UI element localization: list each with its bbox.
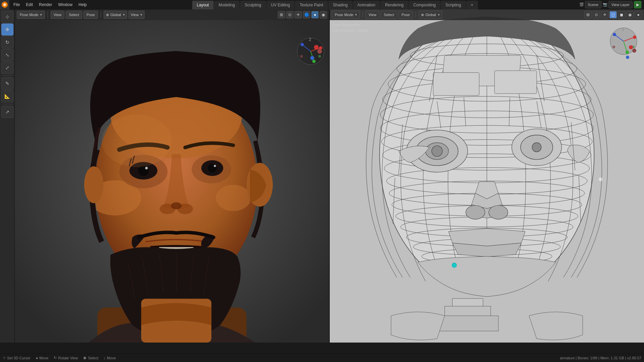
vp-right-global-btn[interactable]: ⊕ Global ▾ xyxy=(419,11,442,19)
vp-left-pose-btn[interactable]: Pose xyxy=(84,11,98,19)
svg-rect-79 xyxy=(494,71,537,94)
menu-edit[interactable]: Edit xyxy=(23,0,36,9)
rotate-status-label: Rotate View xyxy=(58,356,78,360)
menu-render[interactable]: Render xyxy=(36,0,55,9)
svg-point-66 xyxy=(432,146,442,157)
viewport-right[interactable]: Pose Mode ▾ View Select Pose ⊕ Global ▾ xyxy=(330,9,644,343)
transform-tool[interactable]: ⤢ xyxy=(1,62,13,74)
vp-left-snap2-icon[interactable]: 🔵 xyxy=(303,11,310,18)
tab-shading[interactable]: Shading xyxy=(328,1,353,9)
vp-right-render-icon2[interactable]: ● xyxy=(635,11,642,18)
tab-sculpting[interactable]: Sculpting xyxy=(240,1,266,9)
svg-point-105 xyxy=(632,49,636,53)
menu-file[interactable]: File xyxy=(11,0,22,9)
vp-right-mat-icon2[interactable]: ◉ xyxy=(626,11,634,18)
tool-sep-2 xyxy=(2,104,12,104)
menu-help[interactable]: Help xyxy=(76,0,90,9)
right-info-text: armature | Bones: 1/89 | Mem: 1.31 GB | … xyxy=(560,356,641,360)
vp-left-grid-icon[interactable]: ⊞ xyxy=(278,11,285,18)
svg-point-25 xyxy=(102,115,172,167)
vp-left-view-btn[interactable]: View xyxy=(51,11,65,19)
vp-left-select-btn[interactable]: Select xyxy=(66,11,82,19)
relations-icon: ↗ xyxy=(5,109,9,115)
move-status-label: Move xyxy=(39,356,48,360)
character-render-viewport xyxy=(15,9,329,343)
magnet-icon: ⊕ xyxy=(106,13,109,17)
svg-point-74 xyxy=(489,205,508,219)
move2-status-icon: ↕ xyxy=(104,356,106,360)
vp-left-gizmo-icon[interactable]: ✛ xyxy=(294,11,302,18)
vp-right-info: User Perspective (35) armature : Jaw01 xyxy=(332,22,369,33)
measure-tool[interactable]: 📐 xyxy=(1,90,13,102)
tab-layout[interactable]: Layout xyxy=(192,1,214,9)
vp-right-solid-icon[interactable]: ◼ xyxy=(618,11,625,18)
status-bar: ⊹ Set 3D Cursor ● Move ↻ Rotate View ◉ S… xyxy=(0,353,644,362)
tab-uv-editing[interactable]: UV Editing xyxy=(266,1,295,9)
move-tool[interactable]: ✥ xyxy=(1,23,13,36)
render-icon: ▶ xyxy=(636,2,639,7)
vp-left-render-icon[interactable]: ● xyxy=(311,11,319,18)
tab-scripting[interactable]: Scripting xyxy=(441,1,466,9)
cursor-tool[interactable]: ⊹ xyxy=(1,11,13,23)
rotate-tool[interactable]: ↻ xyxy=(1,36,13,48)
tab-modeling[interactable]: Modeling xyxy=(214,1,240,9)
cursor-status-label: Set 3D Cursor xyxy=(7,356,31,360)
vp-right-overlay-icon[interactable]: ⊙ xyxy=(593,11,600,18)
vp-left-snap-btn[interactable]: View ▾ xyxy=(128,11,145,19)
relations-tool[interactable]: ↗ xyxy=(1,106,13,118)
vp-right-mode-btn[interactable]: Pose Mode ▾ xyxy=(332,11,360,19)
vp-right-select-btn[interactable]: Select xyxy=(381,11,397,19)
move2-status-label: Move xyxy=(107,356,116,360)
svg-point-69 xyxy=(532,143,541,152)
measure-icon: 📐 xyxy=(4,94,10,99)
vp-right-grid-icon[interactable]: ⊞ xyxy=(584,11,592,18)
svg-point-104 xyxy=(629,45,633,49)
sep2 xyxy=(101,11,101,18)
menu-window[interactable]: Window xyxy=(55,0,75,9)
tab-add-workspace[interactable]: + xyxy=(466,1,478,9)
vp-left-mode-btn[interactable]: Pose Mode ▾ xyxy=(17,11,45,19)
viewports-container: Pose Mode ▾ View Select Pose ⊕ Global ▾ xyxy=(15,9,644,343)
vp-right-pose-btn[interactable]: Pose xyxy=(398,11,413,19)
vp-left-overlay-icon[interactable]: ⊙ xyxy=(286,11,293,18)
rotate-icon: ↻ xyxy=(5,40,9,45)
select-status-icon: ◉ xyxy=(83,356,87,360)
left-tools-panel: ⊹ ✥ ↻ ⤡ ⤢ ✎ 📐 ↗ xyxy=(0,9,15,343)
vp-right-view-btn[interactable]: View xyxy=(366,11,380,19)
viewport-left[interactable]: Pose Mode ▾ View Select Pose ⊕ Global ▾ xyxy=(15,9,330,343)
scene-selector[interactable]: Scene xyxy=(585,1,601,8)
workspace-tabs: Layout Modeling Sculpting UV Editing Tex… xyxy=(91,0,579,9)
vp-left-global-btn[interactable]: ⊕ Global ▾ xyxy=(104,11,127,19)
tool-sep-1 xyxy=(2,75,12,76)
tab-rendering[interactable]: Rendering xyxy=(380,1,408,9)
svg-point-100 xyxy=(613,33,616,36)
vp-right-mode-dropdown: ▾ xyxy=(355,13,357,16)
status-right-info: armature | Bones: 1/89 | Mem: 1.31 GB | … xyxy=(560,356,641,360)
select-status-label: Select xyxy=(88,356,98,360)
top-right-controls: 🎬 Scene 📷 View Layer ▶ xyxy=(579,1,644,8)
vp-right-wire-icon[interactable]: ◻ xyxy=(609,11,617,18)
annotate-tool[interactable]: ✎ xyxy=(1,77,13,89)
svg-point-38 xyxy=(310,56,314,60)
tab-animation[interactable]: Animation xyxy=(353,1,380,9)
svg-point-73 xyxy=(466,205,485,219)
status-rotate: ↻ Rotate View xyxy=(54,356,78,360)
svg-rect-82 xyxy=(437,316,498,331)
move-status-icon: ● xyxy=(36,356,38,360)
main-menu: File Edit Render Window Help xyxy=(9,0,91,9)
svg-point-17 xyxy=(214,165,216,167)
annotate-icon: ✎ xyxy=(5,81,9,86)
vp-left-mat-icon[interactable]: ◉ xyxy=(320,11,327,18)
tab-compositing[interactable]: Compositing xyxy=(409,1,440,9)
window-controls[interactable]: ▶ xyxy=(634,1,641,8)
scale-tool[interactable]: ⤡ xyxy=(1,49,13,61)
vp-right-gizmo2-icon[interactable]: ✛ xyxy=(601,11,608,18)
vp-left-mode-label: Pose Mode xyxy=(20,13,39,17)
vp-right-sep1 xyxy=(363,11,363,18)
tab-texture-paint[interactable]: Texture Paint xyxy=(295,1,328,9)
cursor-icon: ⊹ xyxy=(5,14,9,19)
status-move2: ↕ Move xyxy=(104,356,116,360)
view-layer-selector[interactable]: View Layer xyxy=(608,1,633,8)
svg-point-7 xyxy=(216,185,251,211)
svg-point-93 xyxy=(452,263,457,267)
